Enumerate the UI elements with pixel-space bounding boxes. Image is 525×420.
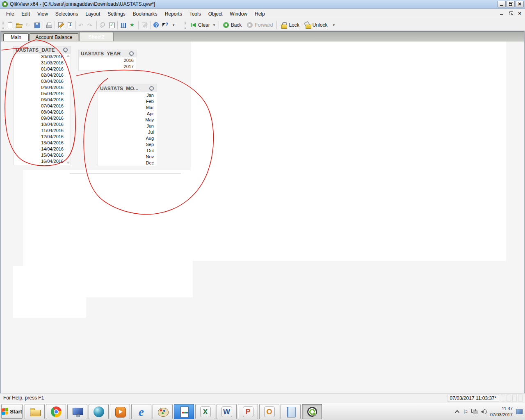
search-button[interactable] [98,21,107,30]
taskbar-app-paint[interactable] [153,404,173,419]
open-file-button[interactable] [14,21,23,30]
list-value[interactable]: Jul [98,129,157,135]
list-value[interactable]: 11/04/2016 [14,128,71,134]
list-value[interactable]: 13/04/2016 [14,140,71,146]
list-value[interactable]: 09/04/2016 [14,115,71,121]
close-button[interactable]: ✕ [516,1,524,7]
taskbar-app-excel[interactable]: X [195,404,215,419]
whats-this-button[interactable] [161,21,170,30]
mdi-close-button[interactable]: × [517,11,523,16]
taskbar-app-media-player[interactable] [110,404,130,419]
refresh-button[interactable] [23,21,32,30]
taskbar-app-chrome[interactable] [46,404,66,419]
taskbar-app-outlook[interactable]: O [259,404,279,419]
clear-button[interactable]: Clear [187,21,217,30]
list-value[interactable]: Apr [98,111,157,117]
taskbar-app-internet-explorer[interactable]: e [131,404,151,419]
list-value[interactable]: 05/04/2016 [14,91,71,97]
list-value[interactable]: Feb [98,98,157,105]
list-value[interactable]: 31/03/2016 [14,60,71,66]
menu-settings[interactable]: Settings [104,9,129,18]
menu-help[interactable]: Help [251,9,269,18]
start-button[interactable]: Start [1,404,23,419]
search-icon[interactable] [63,47,68,53]
new-document-button[interactable] [5,21,14,30]
menu-layout[interactable]: Layout [82,9,104,18]
network-icon[interactable] [471,409,477,414]
quick-chart-button[interactable] [119,21,128,30]
menu-reports[interactable]: Reports [161,9,186,18]
minimize-button[interactable] [498,1,506,7]
list-value[interactable]: 02/04/2016 [14,72,71,78]
redo-button[interactable] [86,21,95,30]
scroll-down-icon[interactable] [66,162,70,164]
volume-icon[interactable] [481,409,487,414]
listbox-caption[interactable]: UASTATS_YEAR [79,50,137,57]
print-button[interactable] [44,21,53,30]
list-value[interactable]: Mar [98,105,157,111]
taskbar-app-remote-desktop[interactable] [67,404,87,419]
taskbar-app-notepad[interactable] [281,404,301,419]
listbox-caption[interactable]: UASTATS_MO... [98,85,157,92]
list-value[interactable]: Jan [98,92,157,98]
list-value[interactable]: 16/04/2016 [14,158,71,164]
list-value[interactable]: Jun [98,123,157,129]
list-value[interactable]: May [98,117,157,123]
unlock-button[interactable]: Unlock [302,21,330,30]
toolbar-overflow-button[interactable] [330,21,339,30]
restore-button[interactable] [507,1,515,7]
taskbar-clock[interactable]: 11:47 07/03/2017 [490,406,513,418]
list-value[interactable]: Dec [98,160,157,166]
list-value[interactable]: 15/04/2016 [14,152,71,158]
list-value[interactable]: Nov [98,154,157,160]
list-value[interactable]: Oct [98,148,157,154]
menu-tools[interactable]: Tools [186,9,205,18]
toolbar-grip[interactable] [185,21,186,29]
save-button[interactable] [32,21,41,30]
taskbar-app-active-document[interactable] [174,404,194,419]
menu-selections[interactable]: Selections [52,9,82,18]
taskbar-app-powerpoint[interactable]: P [238,404,258,419]
list-value[interactable]: 12/04/2016 [14,134,71,140]
listbox-caption[interactable]: UASTATS_DATE [14,46,71,54]
search-icon[interactable] [149,86,155,91]
menu-object[interactable]: Object [205,9,226,18]
taskbar-app-qlikview[interactable] [302,404,322,419]
scroll-up-icon[interactable] [66,55,70,57]
reload-data-button[interactable] [65,21,74,30]
back-button[interactable]: Back [220,21,244,30]
tray-expand-icon[interactable] [455,410,459,414]
taskbar-app-word[interactable]: W [217,404,237,419]
toolbar-grip[interactable] [2,21,4,29]
list-value[interactable]: 04/04/2016 [14,84,71,91]
add-bookmark-button[interactable] [128,21,137,30]
list-value[interactable]: 07/04/2016 [14,103,71,109]
tab-sheet2[interactable]: Sheet2 [79,32,114,41]
menu-window[interactable]: Window [226,9,251,18]
list-value[interactable]: 14/04/2016 [14,146,71,152]
menu-edit[interactable]: Edit [18,9,34,18]
list-value[interactable]: 06/04/2016 [14,97,71,103]
toolbar-overflow-button[interactable] [170,21,179,30]
list-value[interactable]: 2017 [79,64,137,70]
menu-file[interactable]: File [2,9,18,18]
mdi-minimize-button[interactable] [499,11,504,16]
list-value[interactable]: 08/04/2016 [14,109,71,115]
lock-button[interactable]: Lock [278,21,301,30]
mdi-restore-button[interactable] [508,11,514,16]
list-value[interactable]: 03/04/2016 [14,78,71,84]
menu-bookmarks[interactable]: Bookmarks [129,9,161,18]
forward-button[interactable]: Forward [244,21,275,30]
list-value[interactable]: Sep [98,142,157,148]
list-value[interactable]: 30/03/2016 [14,54,71,60]
show-desktop-button[interactable] [516,409,523,414]
tab-main[interactable]: Main [3,33,29,41]
undo-button[interactable] [77,21,86,30]
list-value[interactable]: 10/04/2016 [14,121,71,128]
list-value[interactable]: 01/04/2016 [14,66,71,72]
edit-note-button[interactable] [140,21,149,30]
help-button[interactable] [152,21,161,30]
list-value[interactable]: 2016 [79,57,137,64]
menu-view[interactable]: View [34,9,52,18]
list-value[interactable]: Aug [98,135,157,142]
